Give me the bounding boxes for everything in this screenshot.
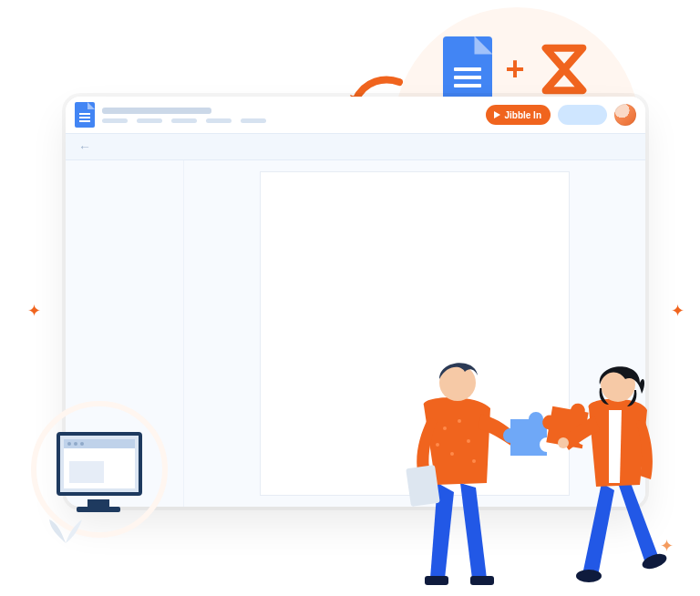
- menu-bar: [102, 118, 266, 123]
- document-page[interactable]: [260, 171, 570, 496]
- canvas: [184, 160, 645, 507]
- toolbar: ←: [66, 133, 645, 160]
- menu-item[interactable]: [206, 118, 232, 123]
- avatar[interactable]: [614, 104, 636, 126]
- menu-item[interactable]: [102, 118, 128, 123]
- monitor-icon: [57, 432, 142, 496]
- doc-title-placeholder[interactable]: [102, 108, 211, 114]
- sparkle-icon: ✦: [660, 536, 674, 556]
- google-docs-icon[interactable]: [75, 102, 95, 128]
- back-arrow-icon[interactable]: ←: [78, 139, 91, 154]
- jibble-hourglass-icon: [538, 43, 591, 96]
- plus-icon: +: [505, 50, 524, 88]
- svg-point-11: [576, 570, 602, 582]
- monitor-badge: [31, 401, 168, 538]
- menu-item[interactable]: [241, 118, 266, 123]
- svg-rect-1: [470, 576, 494, 585]
- share-button[interactable]: [558, 105, 607, 125]
- doc-title-area: [102, 108, 266, 123]
- jibble-in-button[interactable]: Jibble In: [486, 105, 551, 125]
- title-bar: Jibble In: [66, 97, 645, 133]
- sparkle-icon: ✦: [27, 301, 41, 321]
- sparkle-icon: ✦: [671, 301, 685, 321]
- menu-item[interactable]: [171, 118, 197, 123]
- svg-rect-0: [425, 576, 448, 585]
- jibble-button-label: Jibble In: [504, 110, 541, 120]
- google-docs-icon: [443, 36, 492, 102]
- menu-item[interactable]: [137, 118, 162, 123]
- leaf-decoration: [47, 509, 84, 549]
